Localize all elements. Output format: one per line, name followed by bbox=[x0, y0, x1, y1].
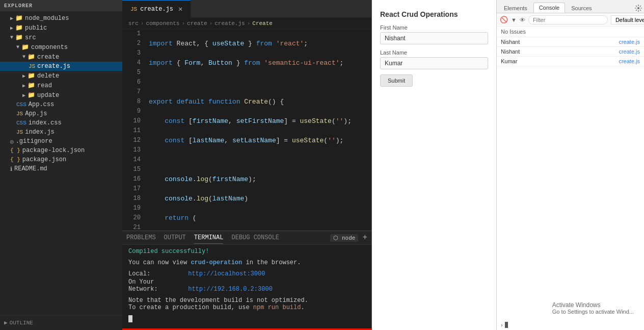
first-name-label: First Name bbox=[380, 24, 488, 31]
console-entries: Nishant create.js Nishant create.js Kuma… bbox=[497, 37, 644, 320]
console-entry: Kumar create.js bbox=[497, 57, 644, 66]
collapse-arrow: ▶ bbox=[22, 73, 25, 79]
console-entry: Nishant create.js bbox=[497, 47, 644, 57]
sidebar-item-packagejson[interactable]: { } package.json bbox=[0, 155, 122, 164]
filter-input[interactable] bbox=[528, 15, 608, 24]
sidebar-item-read[interactable]: ▶ 📁 read bbox=[0, 81, 122, 90]
collapse-icon: ▶ bbox=[4, 319, 8, 326]
sidebar-item-label: delete bbox=[37, 72, 59, 80]
no-issues: No Issues bbox=[497, 27, 644, 37]
sidebar-item-label: .gitignore bbox=[16, 138, 52, 145]
eye-icon[interactable]: 👁 bbox=[520, 17, 525, 23]
devtools-tab-sources[interactable]: Sources bbox=[566, 4, 597, 13]
add-terminal-icon[interactable]: + bbox=[362, 233, 367, 242]
tab-debug-console[interactable]: DEBUG CONSOLE bbox=[231, 232, 279, 243]
sidebar-item-label: README.md bbox=[14, 165, 47, 172]
devtools-tab-elements[interactable]: Elements bbox=[499, 4, 532, 13]
level-select[interactable]: Default levels bbox=[611, 15, 644, 24]
build-msg: To create a production build, use npm ru… bbox=[128, 304, 365, 311]
last-name-label: Last Name bbox=[380, 49, 488, 56]
sidebar-item-public[interactable]: ▶ 📁 public bbox=[0, 23, 122, 33]
line-numbers: 12345 678910 1112131415 1617181920 21222… bbox=[122, 29, 145, 231]
build-cmd: npm run build bbox=[253, 304, 301, 311]
tab-label: create.js bbox=[140, 6, 173, 13]
block-icon[interactable]: 🚫 bbox=[500, 16, 508, 23]
tab-createjs[interactable]: JS create.js ✕ bbox=[122, 0, 191, 18]
folder-icon: 📁 bbox=[15, 34, 23, 41]
local-label: Local: bbox=[128, 270, 184, 277]
console-entry: Nishant create.js bbox=[497, 37, 644, 47]
svg-point-0 bbox=[637, 7, 639, 9]
code-content[interactable]: import React, { useState } from 'react';… bbox=[145, 29, 371, 231]
sidebar-item-label: App.css bbox=[29, 101, 54, 108]
submit-button[interactable]: Submit bbox=[380, 74, 413, 87]
first-name-input[interactable] bbox=[380, 32, 488, 44]
devtools-toolbar: 🚫 ▼ 👁 Default levels bbox=[497, 13, 644, 27]
folder-icon: 📁 bbox=[28, 53, 35, 61]
console-prompt: › bbox=[497, 320, 644, 330]
sidebar-item-readme[interactable]: ℹ README.md bbox=[0, 164, 122, 173]
devtools-panel: Elements Console Sources 🚫 ▼ 👁 Default l… bbox=[496, 0, 644, 330]
sidebar-item-node-modules[interactable]: ▶ 📁 node_modules bbox=[0, 13, 122, 23]
breadcrumb: src › components › create › create.js › … bbox=[122, 18, 371, 29]
git-icon: ◎ bbox=[10, 138, 14, 145]
collapse-arrow: ▶ bbox=[10, 15, 13, 21]
cursor bbox=[505, 322, 508, 328]
sidebar-item-appcss[interactable]: CSS App.css bbox=[0, 100, 122, 109]
folder-icon: 📁 bbox=[15, 14, 23, 22]
sidebar-item-label: package-lock.json bbox=[22, 147, 85, 154]
sidebar-item-label: index.css bbox=[29, 119, 62, 126]
folder-icon: 📁 bbox=[21, 43, 29, 51]
tab-problems[interactable]: PROBLEMS bbox=[126, 232, 156, 243]
css-icon: CSS bbox=[16, 101, 26, 108]
sidebar-item-delete[interactable]: ▶ 📁 delete bbox=[0, 71, 122, 81]
devtools-settings-icon[interactable] bbox=[635, 5, 642, 13]
console-source[interactable]: create.js bbox=[619, 48, 640, 55]
md-icon: ℹ bbox=[10, 166, 12, 172]
sidebar-item-label: components bbox=[31, 44, 68, 51]
sidebar-item-indexjs[interactable]: JS index.js bbox=[0, 128, 122, 137]
node-label: ⬡ node bbox=[330, 234, 358, 242]
breadcrumb-createjs: create.js bbox=[214, 20, 245, 27]
sidebar-item-update[interactable]: ▶ 📁 update bbox=[0, 90, 122, 100]
cursor-line bbox=[128, 315, 365, 322]
outline-label: OUTLINE bbox=[10, 320, 33, 326]
compiled-text: Compiled successfully! bbox=[128, 248, 209, 255]
code-view[interactable]: 12345 678910 1112131415 1617181920 21222… bbox=[122, 29, 371, 231]
tab-bar: JS create.js ✕ bbox=[122, 0, 371, 18]
sidebar-item-components[interactable]: ▼ 📁 components bbox=[0, 42, 122, 52]
browser-preview: React Crud Operations First Name Last Na… bbox=[371, 0, 496, 330]
sidebar-item-indexcss[interactable]: CSS index.css bbox=[0, 118, 122, 128]
js-icon: JS bbox=[16, 129, 23, 135]
console-source[interactable]: create.js bbox=[619, 58, 640, 64]
sidebar-item-packagelockjson[interactable]: { } package-lock.json bbox=[0, 146, 122, 155]
network-label: On Your Network: bbox=[128, 278, 184, 293]
bottom-panel: PROBLEMS OUTPUT TERMINAL DEBUG CONSOLE ⬡… bbox=[122, 231, 371, 330]
browser-content: React Crud Operations First Name Last Na… bbox=[372, 0, 496, 330]
terminal-content: Compiled successfully! You can now view … bbox=[122, 245, 371, 330]
sidebar-item-create-folder[interactable]: ▼ 📁 create bbox=[0, 52, 122, 62]
file-tree: ▶ 📁 node_modules ▶ 📁 public ▼ 📁 src ▼ 📁 … bbox=[0, 11, 122, 315]
last-name-input[interactable] bbox=[380, 57, 488, 69]
local-url: http://localhost:3000 bbox=[188, 270, 265, 277]
app-name: crud-operation bbox=[191, 259, 242, 266]
tab-output[interactable]: OUTPUT bbox=[164, 232, 186, 243]
sidebar-item-createjs[interactable]: JS create.js bbox=[0, 62, 122, 71]
panel-icons: ⬡ node + bbox=[330, 233, 367, 242]
console-source[interactable]: create.js bbox=[619, 39, 640, 45]
outline-section[interactable]: ▶ OUTLINE bbox=[0, 315, 122, 330]
devtools-tab-console[interactable]: Console bbox=[533, 3, 565, 13]
collapse-arrow: ▶ bbox=[22, 83, 25, 89]
sidebar-item-label: src bbox=[25, 34, 36, 41]
sidebar-item-src[interactable]: ▼ 📁 src bbox=[0, 33, 122, 42]
close-icon[interactable]: ✕ bbox=[178, 5, 182, 13]
devtools-tab-bar: Elements Console Sources bbox=[497, 0, 644, 13]
folder-icon: 📁 bbox=[28, 82, 35, 89]
console-value: Nishant bbox=[501, 48, 615, 55]
filter-icon[interactable]: ▼ bbox=[511, 17, 517, 23]
css-icon: CSS bbox=[16, 120, 26, 126]
tab-terminal[interactable]: TERMINAL bbox=[194, 232, 224, 244]
sidebar-item-appjs[interactable]: JS App.js bbox=[0, 109, 122, 118]
sidebar-item-gitignore[interactable]: ◎ .gitignore bbox=[0, 137, 122, 146]
folder-icon: 📁 bbox=[28, 72, 35, 80]
